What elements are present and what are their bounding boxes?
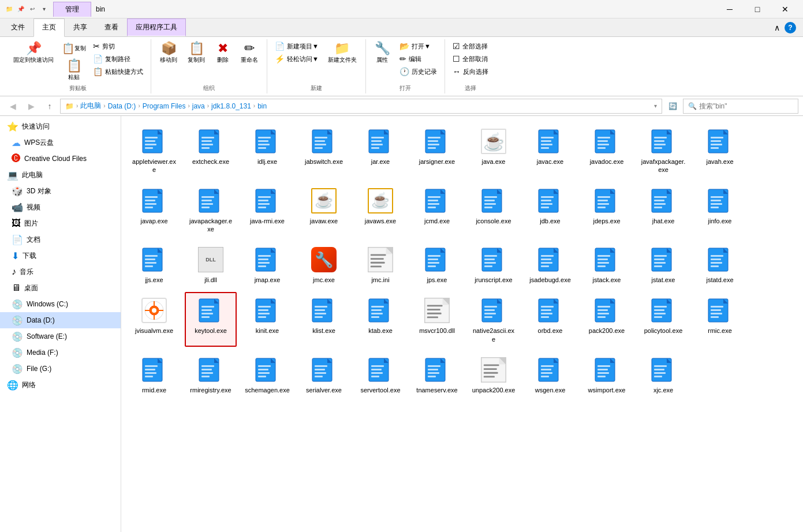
deselect-all-button[interactable]: ☐ 全部取消 [450, 53, 491, 65]
file-item[interactable]: wsgen.exe [524, 351, 576, 398]
sidebar-item-drive-c[interactable]: 💿 Windows (C:) [0, 296, 121, 312]
file-item[interactable]: jstatd.exe [694, 241, 746, 287]
properties-button[interactable]: 🔧 属性 [371, 40, 394, 77]
file-item[interactable]: jdeps.exe [581, 182, 633, 237]
paste-shortcut-button[interactable]: 📋 粘贴快捷方式 [90, 66, 146, 77]
forward-button[interactable]: ▶ [23, 98, 39, 114]
file-item[interactable]: msvcr100.dll [411, 292, 463, 347]
file-item[interactable]: servertool.exe [354, 351, 406, 398]
help-button[interactable]: ? [785, 22, 796, 33]
sidebar-item-thispc[interactable]: 💻 此电脑 [0, 167, 121, 183]
refresh-button[interactable]: 🔄 [664, 98, 681, 114]
file-item[interactable]: javap.exe [128, 182, 180, 237]
rename-button[interactable]: ✏ 重命名 [237, 40, 262, 66]
ribbon-collapse-button[interactable]: ∧ [772, 23, 782, 32]
file-item[interactable]: jmap.exe [241, 241, 293, 287]
invert-selection-button[interactable]: ↔ 反向选择 [450, 66, 491, 77]
sidebar-item-downloads[interactable]: ⬇ 下载 [0, 248, 121, 264]
search-input[interactable] [699, 102, 793, 110]
file-item[interactable]: kinit.exe [241, 292, 293, 347]
sidebar-item-3d[interactable]: 🎲 3D 对象 [0, 183, 121, 199]
file-item[interactable]: wsimport.exe [581, 351, 633, 398]
sidebar-item-network[interactable]: 🌐 网络 [0, 377, 121, 393]
delete-button[interactable]: ✖ 删除 [211, 40, 234, 66]
tab-share[interactable]: 共享 [65, 18, 96, 36]
address-path[interactable]: 📁 › 此电脑 › Data (D:) › Program Files › ja… [60, 99, 662, 114]
file-item[interactable]: 🔧jmc.exe [298, 241, 350, 287]
file-item[interactable]: javah.exe [694, 123, 746, 178]
copy-button[interactable]: 📋 复制 [59, 40, 89, 57]
file-area[interactable]: appletviewer.exeextcheck.exeidlj.exejabs… [121, 116, 803, 532]
file-item[interactable]: jarsigner.exe [411, 123, 463, 178]
file-item[interactable]: klist.exe [298, 292, 350, 347]
file-item[interactable]: jstat.exe [637, 241, 689, 287]
file-item[interactable]: tnameserv.exe [411, 351, 463, 398]
tab-app-tools[interactable]: 应用程序工具 [127, 18, 186, 36]
file-item[interactable]: pack200.exe [581, 292, 633, 347]
sidebar-item-quickaccess[interactable]: ⭐ 快速访问 [0, 118, 121, 134]
file-item[interactable]: rmic.exe [694, 292, 746, 347]
file-item[interactable]: schemagen.exe [241, 351, 293, 398]
pin-to-quickaccess-button[interactable]: 📌 固定到快速访问 [9, 40, 58, 66]
sidebar-item-drive-g[interactable]: 💿 File (G:) [0, 361, 121, 377]
open-button[interactable]: 📂 打开▼ [397, 40, 440, 52]
select-all-button[interactable]: ☑ 全部选择 [450, 40, 491, 52]
file-item[interactable]: DLLjli.dll [185, 241, 237, 287]
new-item-button[interactable]: 📄 新建项目▼ [272, 40, 322, 52]
cut-button[interactable]: ✂ 剪切 [90, 40, 146, 52]
copy-to-button[interactable]: 📋 复制到 [184, 40, 209, 66]
file-item[interactable]: ☕javaw.exe [298, 182, 350, 237]
file-item[interactable]: java-rmi.exe [241, 182, 293, 237]
file-item[interactable]: jjs.exe [128, 241, 180, 287]
file-item[interactable]: unpack200.exe [468, 351, 520, 398]
file-item[interactable]: rmiregistry.exe [185, 351, 237, 398]
file-item[interactable]: policytool.exe [637, 292, 689, 347]
file-item[interactable]: ☕javaws.exe [354, 182, 406, 237]
file-item[interactable]: ☕java.exe [468, 123, 520, 178]
move-to-button[interactable]: 📦 移动到 [156, 40, 181, 66]
file-item[interactable]: orbd.exe [524, 292, 576, 347]
file-item[interactable]: xjc.exe [637, 351, 689, 398]
file-item[interactable]: extcheck.exe [185, 123, 237, 178]
maximize-button[interactable]: □ [744, 0, 771, 18]
minimize-button[interactable]: ─ [716, 0, 743, 18]
file-item[interactable]: serialver.exe [298, 351, 350, 398]
new-folder-button[interactable]: 📁 新建文件夹 [324, 40, 361, 66]
file-item[interactable]: javac.exe [524, 123, 576, 178]
file-item[interactable]: javadoc.exe [581, 123, 633, 178]
back-button[interactable]: ◀ [5, 98, 21, 114]
file-item[interactable]: jmc.ini [354, 241, 406, 287]
up-button[interactable]: ↑ [42, 98, 58, 114]
close-button[interactable]: ✕ [772, 0, 798, 18]
file-item[interactable]: jcmd.exe [411, 182, 463, 237]
copy-path-button[interactable]: 📄 复制路径 [90, 53, 146, 65]
edit-button[interactable]: ✏ 编辑 [397, 53, 440, 65]
sidebar-item-pictures[interactable]: 🖼 图片 [0, 215, 121, 231]
file-item[interactable]: native2ascii.exe [468, 292, 520, 347]
file-item[interactable]: ktab.exe [354, 292, 406, 347]
sidebar-item-creative-cloud[interactable]: 🅒 Creative Cloud Files [0, 151, 121, 167]
file-item[interactable]: rmid.exe [128, 351, 180, 398]
file-item[interactable]: jrunscript.exe [468, 241, 520, 287]
file-item[interactable]: javafxpackager.exe [637, 123, 689, 178]
file-item[interactable]: jhat.exe [637, 182, 689, 237]
file-item[interactable]: jabswitch.exe [298, 123, 350, 178]
file-item[interactable]: jinfo.exe [694, 182, 746, 237]
file-item[interactable]: appletviewer.exe [128, 123, 180, 178]
sidebar-item-wps[interactable]: ☁ WPS云盘 [0, 134, 121, 151]
tab-view[interactable]: 查看 [96, 18, 127, 36]
file-item[interactable]: jar.exe [354, 123, 406, 178]
file-item[interactable]: keytool.exe [185, 292, 237, 347]
tab-file[interactable]: 文件 [2, 18, 33, 36]
sidebar-item-drive-e[interactable]: 💿 Software (E:) [0, 328, 121, 344]
sidebar-item-desktop[interactable]: 🖥 桌面 [0, 280, 121, 296]
file-item[interactable]: jsadebugd.exe [524, 241, 576, 287]
sidebar-item-documents[interactable]: 📄 文档 [0, 231, 121, 248]
tab-home[interactable]: 主页 [33, 18, 65, 37]
sidebar-item-video[interactable]: 📹 视频 [0, 199, 121, 215]
sidebar-item-music[interactable]: ♪ 音乐 [0, 264, 121, 280]
file-item[interactable]: idlj.exe [241, 123, 293, 178]
easy-access-button[interactable]: ⚡ 轻松访问▼ [272, 53, 322, 65]
file-item[interactable]: jps.exe [411, 241, 463, 287]
file-item[interactable]: jstack.exe [581, 241, 633, 287]
